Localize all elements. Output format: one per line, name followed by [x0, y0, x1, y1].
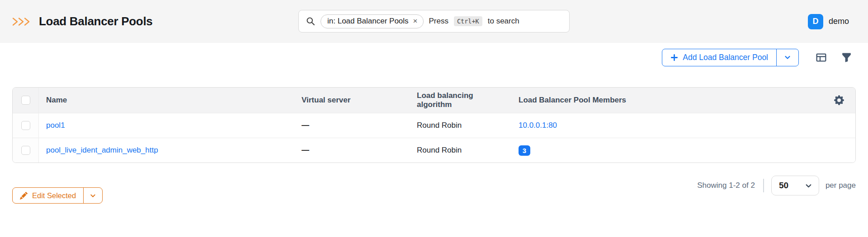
algorithm-value: Round Robin	[417, 121, 462, 130]
gear-icon	[834, 95, 844, 105]
pools-table-card: Name Virtual server Load balancing algor…	[12, 87, 856, 163]
algorithm-value: Round Robin	[417, 146, 462, 154]
table-footer: Edit Selected Showing 1-2 of 2 50 p	[12, 176, 856, 204]
select-all-checkbox[interactable]	[21, 96, 30, 105]
configure-columns-button[interactable]	[811, 48, 830, 66]
search-hint-press: Press	[429, 17, 448, 26]
filter-button[interactable]	[837, 48, 856, 66]
brand: Load Balancer Pools	[12, 14, 152, 28]
search-icon	[306, 17, 315, 26]
filter-icon	[841, 52, 852, 63]
per-page-label: per page	[826, 181, 856, 190]
add-pool-button-label: Add Load Balancer Pool	[683, 53, 768, 62]
edit-selected-button-group: Edit Selected	[12, 187, 103, 204]
page-title: Load Balancer Pools	[39, 14, 152, 28]
row-checkbox[interactable]	[21, 146, 30, 155]
showing-count: Showing 1-2 of 2	[697, 181, 755, 190]
plus-icon	[670, 54, 678, 61]
virtual-server-value: —	[302, 121, 309, 130]
members-count-badge[interactable]: 3	[519, 145, 530, 156]
row-checkbox[interactable]	[21, 121, 30, 130]
table-row: pool1 — Round Robin 10.0.0.1:80	[13, 113, 855, 138]
edit-selected-label: Edit Selected	[32, 191, 76, 200]
search-scope-chip[interactable]: in: Load Balancer Pools ×	[321, 14, 424, 28]
search-hint-suffix: to search	[488, 17, 519, 26]
app-logo-icon	[12, 17, 32, 27]
column-header-members[interactable]: Load Balancer Pool Members	[511, 88, 824, 113]
virtual-server-value: —	[302, 146, 309, 154]
search-kbd-shortcut: Ctrl+K	[454, 16, 482, 26]
chevron-down-icon	[784, 54, 791, 61]
search-scope-label: in: Load Balancer Pools	[327, 17, 409, 26]
pagination: Showing 1-2 of 2 50 per page	[697, 176, 856, 195]
pencil-icon	[20, 192, 28, 200]
column-header-algorithm[interactable]: Load balancing algorithm	[410, 88, 511, 113]
chevron-down-icon	[805, 182, 812, 190]
pagination-divider	[763, 179, 764, 192]
top-header: Load Balancer Pools in: Load Balancer Po…	[0, 0, 868, 43]
add-pool-dropdown-toggle[interactable]	[776, 49, 798, 66]
edit-selected-dropdown-toggle[interactable]	[83, 188, 102, 203]
per-page-select[interactable]: 50	[771, 176, 819, 195]
pool-name-link[interactable]: pool1	[46, 121, 65, 130]
chip-close-icon[interactable]: ×	[413, 17, 418, 25]
column-header-virtual-server[interactable]: Virtual server	[294, 88, 410, 113]
pool-name-link[interactable]: pool_live_ident_admin_web_http	[46, 146, 158, 154]
edit-selected-button[interactable]: Edit Selected	[13, 188, 83, 203]
global-search-input[interactable]: in: Load Balancer Pools × Press Ctrl+K t…	[298, 10, 570, 33]
column-header-name[interactable]: Name	[39, 88, 294, 113]
per-page-value: 50	[779, 181, 788, 191]
chevron-down-icon	[90, 192, 96, 199]
avatar[interactable]: D	[808, 14, 823, 29]
page: Load Balancer Pools in: Load Balancer Po…	[0, 0, 868, 237]
toolbar: Add Load Balancer Pool	[12, 48, 856, 66]
add-pool-button-group: Add Load Balancer Pool	[662, 49, 799, 66]
main-content: Add Load Balancer Pool	[0, 48, 868, 204]
table-settings-button[interactable]	[833, 94, 845, 107]
table-header-row: Name Virtual server Load balancing algor…	[13, 88, 855, 113]
pools-table: Name Virtual server Load balancing algor…	[13, 88, 855, 163]
table-icon	[816, 52, 827, 63]
user-menu[interactable]: D demo	[808, 0, 849, 43]
table-row: pool_live_ident_admin_web_http — Round R…	[13, 138, 855, 163]
username: demo	[829, 17, 849, 26]
pool-members-link[interactable]: 10.0.0.1:80	[519, 121, 557, 130]
add-load-balancer-pool-button[interactable]: Add Load Balancer Pool	[662, 49, 776, 66]
